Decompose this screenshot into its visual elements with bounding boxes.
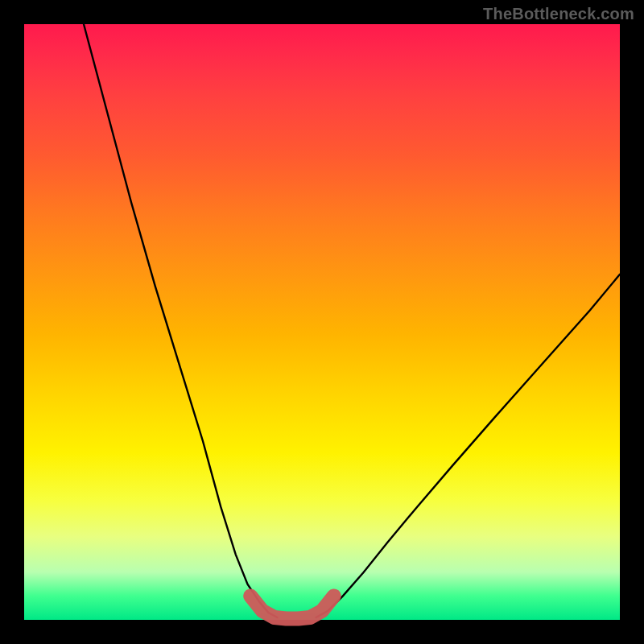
plot-area: [24, 24, 620, 620]
watermark-label: TheBottleneck.com: [483, 5, 634, 23]
bottom-marker: [250, 596, 334, 618]
right-curve: [316, 275, 620, 617]
curves-layer: [24, 24, 620, 620]
left-curve: [84, 24, 278, 617]
chart-frame: TheBottleneck.com: [0, 0, 644, 644]
